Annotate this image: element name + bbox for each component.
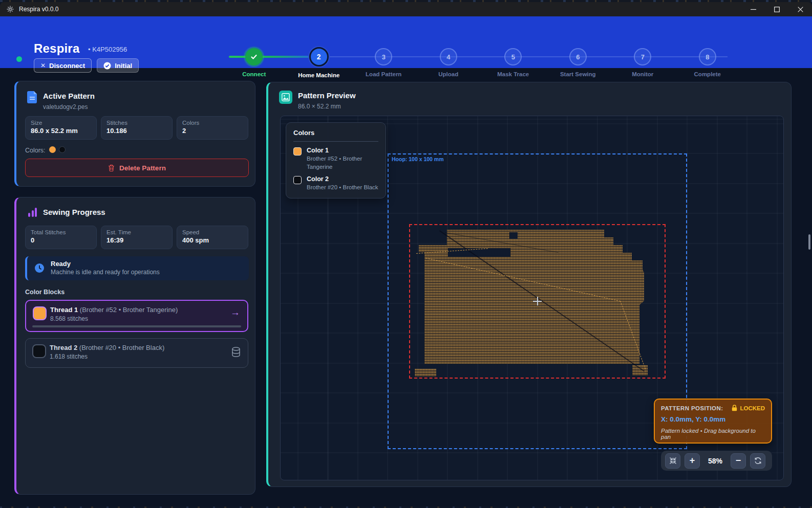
legend-swatch-black <box>293 176 302 184</box>
sewing-progress-card: Sewing Progress Total Stitches 0 Est. Ti… <box>14 197 255 495</box>
zoom-level: 58% <box>704 457 726 465</box>
close-icon: ✕ <box>40 62 46 69</box>
machine-serial: • K4P502956 <box>88 46 127 53</box>
legend-title: Colors <box>293 129 378 137</box>
thread-1-stitch-count: 8.568 stitches <box>50 315 88 322</box>
stat-speed: Speed 400 spm <box>177 226 248 249</box>
stat-colors: Colors 2 <box>177 116 248 140</box>
color-blocks-label: Color Blocks <box>25 289 65 296</box>
colors-label: Colors: <box>25 147 46 154</box>
app-name: Respira <box>34 41 79 56</box>
status-title: Ready <box>51 260 71 268</box>
lock-icon <box>732 405 737 411</box>
colors-legend: Colors Color 1 Brother #52 • Brother Tan… <box>286 122 386 198</box>
delete-pattern-button[interactable]: Delete Pattern <box>25 159 249 177</box>
active-pattern-card: Active Pattern valetudogv2.pes Size 86.0… <box>14 81 255 187</box>
zoom-toolbar: + 58% − <box>661 451 772 471</box>
pattern-lock-hint: Pattern locked • Drag background to pan <box>661 428 765 440</box>
stat-total-stitches: Total Stitches 0 <box>25 226 97 249</box>
close-button[interactable] <box>788 2 812 16</box>
step-connect[interactable]: Connect <box>222 46 287 78</box>
thread-2-stitch-count: 1.618 stitches <box>50 353 88 360</box>
step-check-icon <box>245 48 263 65</box>
stack-icon <box>231 346 241 358</box>
thread-2-row[interactable]: Thread 2 (Brother #20 • Brother Black) 1… <box>25 338 248 368</box>
step-complete[interactable]: 8 Complete <box>675 46 740 78</box>
pattern-coordinates: X: 0.0mm, Y: 0.0mm <box>661 415 765 423</box>
step-start-sewing[interactable]: 6 Start Sewing <box>546 46 611 78</box>
pattern-position-overlay: PATTERN POSITION: LOCKED X: 0.0mm, Y: 0.… <box>654 399 772 444</box>
sewing-progress-title: Sewing Progress <box>43 208 105 216</box>
maximize-button[interactable] <box>765 2 788 16</box>
legend-entry-color-2: Color 2 Brother #20 • Brother Black <box>293 175 378 192</box>
minimize-button[interactable] <box>741 2 765 16</box>
thread-2-swatch <box>32 344 46 358</box>
app-window: Respira v0.0.0 Respira • K4P502956 ✕ Dis… <box>0 0 812 508</box>
active-pattern-title: Active Pattern <box>43 92 95 100</box>
center-crosshair <box>537 297 538 305</box>
pattern-dimensions: 86.0 × 52.2 mm <box>298 103 341 110</box>
thread-1-row[interactable]: Thread 1 (Brother #52 • Brother Tangerin… <box>25 300 248 332</box>
image-icon <box>279 91 292 104</box>
app-icon <box>6 5 14 13</box>
workflow-stepper: Connect 2 Home Machine 3 Load Pattern 4 … <box>222 46 740 81</box>
refresh-icon <box>754 457 762 465</box>
step-upload[interactable]: 4 Upload <box>416 46 481 78</box>
legend-divider <box>293 141 378 142</box>
step-monitor[interactable]: 7 Monitor <box>610 46 675 78</box>
thread-1-progress-bar <box>32 325 241 327</box>
titlebar: Respira v0.0.0 <box>0 2 812 16</box>
fit-view-button[interactable] <box>665 453 680 469</box>
pattern-filename: valetudogv2.pes <box>43 103 88 111</box>
stat-stitches: Stitches 10.186 <box>101 116 173 140</box>
connection-status-dot <box>16 56 22 62</box>
bar-chart-icon <box>28 208 38 217</box>
color-swatch-black <box>59 146 66 153</box>
zoom-in-button[interactable]: + <box>685 453 700 469</box>
check-circle-icon <box>103 62 111 70</box>
pattern-preview-title: Pattern Preview <box>298 91 356 100</box>
step-mask-trace[interactable]: 5 Mask Trace <box>481 46 546 78</box>
legend-entry-color-1: Color 1 Brother #52 • Brother Tangerine <box>293 147 378 171</box>
step-home-machine[interactable]: 2 Home Machine <box>287 46 352 78</box>
hoop-size-label: Hoop: 100 x 100 mm <box>392 156 444 162</box>
file-icon <box>27 91 37 103</box>
disconnect-button[interactable]: ✕ Disconnect <box>34 58 92 73</box>
stat-size: Size 86.0 x 52.2 mm <box>25 116 97 140</box>
zoom-out-button[interactable]: − <box>731 453 746 469</box>
legend-swatch-orange <box>293 147 302 156</box>
preview-canvas[interactable]: Hoop: 100 x 100 mm Co <box>280 116 784 480</box>
scrollbar-thumb[interactable] <box>808 234 810 250</box>
pattern-position-label: PATTERN POSITION: <box>661 405 723 411</box>
trash-icon <box>108 164 115 171</box>
arrow-right-icon: → <box>230 307 240 318</box>
reset-view-button[interactable] <box>750 453 765 469</box>
step-load-pattern[interactable]: 3 Load Pattern <box>351 46 416 78</box>
clock-icon <box>34 263 45 273</box>
initial-button[interactable]: Initial <box>97 58 139 73</box>
fit-icon <box>669 457 677 465</box>
color-swatch-orange <box>49 146 56 153</box>
machine-status-banner: Ready Machine is idle and ready for oper… <box>25 256 249 280</box>
thread-1-swatch <box>33 306 47 320</box>
app-header: Respira • K4P502956 ✕ Disconnect Initial… <box>0 16 812 68</box>
window-title: Respira v0.0.0 <box>19 6 58 13</box>
stat-est-time: Est. Time 16:39 <box>101 226 173 249</box>
status-description: Machine is idle and ready for operations <box>51 269 160 276</box>
pattern-preview-panel: Pattern Preview 86.0 × 52.2 mm Hoop: 100… <box>266 82 792 487</box>
locked-badge: LOCKED <box>732 405 765 411</box>
